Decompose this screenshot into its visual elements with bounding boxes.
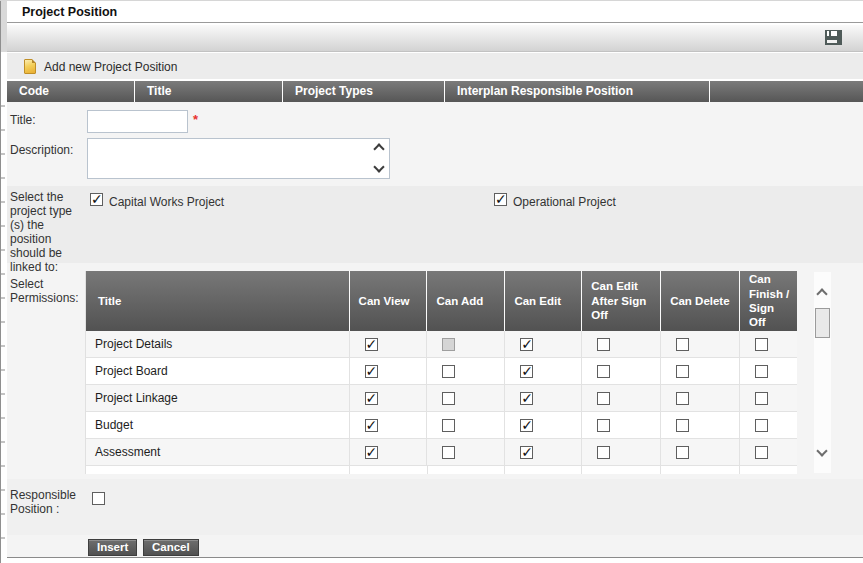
grid-header-project-types[interactable]: Project Types — [283, 81, 445, 102]
perm-row-title: Assessment — [86, 439, 350, 465]
can-delete-checkbox[interactable] — [676, 446, 689, 459]
can-edit-checkbox[interactable] — [520, 338, 533, 351]
can-edit-after-sign-off-checkbox[interactable] — [597, 338, 610, 351]
can-delete-checkbox[interactable] — [676, 419, 689, 432]
perm-col-can-edit: Can Edit — [505, 271, 582, 331]
page-title: Project Position — [22, 5, 117, 19]
permissions-header-row: Title Can View Can Add Can Edit Can Edit… — [86, 271, 797, 331]
can-add-checkbox[interactable] — [442, 392, 455, 405]
operational-project-checkbox[interactable] — [494, 193, 507, 206]
toolbar — [7, 25, 863, 52]
can-edit-checkbox[interactable] — [520, 419, 533, 432]
description-label: Description: — [10, 143, 73, 157]
select-permissions-label: Select Permissions: — [10, 277, 82, 305]
can-delete-checkbox[interactable] — [676, 338, 689, 351]
grid-header-title[interactable]: Title — [135, 81, 283, 102]
can-view-checkbox[interactable] — [365, 446, 378, 459]
perm-row-title: Project Linkage — [86, 385, 350, 411]
scrollbar-up-icon[interactable] — [816, 288, 827, 299]
edit-form: Title: * Description: Select the project… — [7, 102, 863, 558]
project-position-window: Project Position Add new Project Positio… — [0, 0, 863, 563]
can-edit-after-sign-off-checkbox[interactable] — [597, 419, 610, 432]
insert-button[interactable]: Insert — [88, 539, 137, 556]
table-row: Project Board — [86, 358, 797, 385]
can-edit-checkbox[interactable] — [520, 446, 533, 459]
grid-header-interplan-responsible-position[interactable]: Interplan Responsible Position — [445, 81, 710, 102]
perm-row-title: Project Details — [86, 331, 350, 357]
cancel-button[interactable]: Cancel — [143, 539, 199, 556]
can-add-checkbox[interactable] — [442, 365, 455, 378]
table-row: Project Details — [86, 331, 797, 358]
perm-col-can-delete: Can Delete — [661, 271, 740, 331]
description-textarea[interactable] — [88, 139, 371, 178]
capital-works-project-label: Capital Works Project — [109, 195, 224, 209]
can-delete-checkbox[interactable] — [676, 365, 689, 378]
can-edit-checkbox[interactable] — [520, 365, 533, 378]
table-row: Budget — [86, 412, 797, 439]
table-row: Project Linkage — [86, 385, 797, 412]
perm-col-title: Title — [86, 271, 350, 331]
can-view-checkbox[interactable] — [365, 419, 378, 432]
title-label: Title: — [10, 113, 36, 127]
grid-header-code[interactable]: Code — [7, 81, 135, 102]
required-asterisk: * — [193, 112, 198, 127]
perm-row-title: Budget — [86, 412, 350, 438]
project-type-label: Select the project type (s) the position… — [10, 190, 80, 274]
responsible-position-checkbox[interactable] — [92, 492, 105, 505]
can-add-checkbox[interactable] — [442, 419, 455, 432]
scrollbar-down-icon[interactable] — [816, 445, 827, 456]
add-new-project-position-link[interactable]: Add new Project Position — [44, 60, 177, 74]
can-view-checkbox[interactable] — [365, 392, 378, 405]
can-edit-after-sign-off-checkbox[interactable] — [597, 365, 610, 378]
can-view-checkbox[interactable] — [365, 338, 378, 351]
scroll-up-icon[interactable] — [373, 143, 384, 154]
new-document-icon — [24, 59, 36, 74]
save-icon[interactable] — [825, 30, 842, 45]
can-add-checkbox — [442, 338, 455, 351]
table-row: Assessment — [86, 439, 797, 466]
save-icon-label-area — [827, 31, 837, 36]
title-input[interactable] — [87, 110, 188, 133]
left-gutter-ticks — [1, 105, 5, 555]
table-row-partial — [86, 466, 797, 474]
grid-header-empty — [710, 81, 863, 102]
title-bar: Project Position — [7, 1, 863, 23]
operational-project-label: Operational Project — [513, 195, 616, 209]
perm-col-can-view: Can View — [350, 271, 428, 331]
can-finish-sign-off-checkbox[interactable] — [755, 446, 768, 459]
add-new-bar: Add new Project Position — [7, 53, 863, 80]
can-finish-sign-off-checkbox[interactable] — [755, 338, 768, 351]
perm-col-can-add: Can Add — [427, 271, 505, 331]
responsible-row-band — [7, 479, 863, 535]
grid-header: Code Title Project Types Interplan Respo… — [7, 81, 863, 102]
save-icon-stripe — [827, 40, 837, 43]
permissions-table: Title Can View Can Add Can Edit Can Edit… — [85, 271, 797, 474]
scrollbar-thumb[interactable] — [815, 308, 830, 338]
can-finish-sign-off-checkbox[interactable] — [755, 365, 768, 378]
capital-works-project-checkbox[interactable] — [90, 193, 103, 206]
perm-col-can-finish-sign-off: Can Finish / Sign Off — [740, 271, 797, 331]
can-finish-sign-off-checkbox[interactable] — [755, 392, 768, 405]
responsible-position-label: Responsible Position : — [10, 488, 82, 516]
can-delete-checkbox[interactable] — [676, 392, 689, 405]
scroll-down-icon[interactable] — [373, 161, 384, 172]
can-finish-sign-off-checkbox[interactable] — [755, 419, 768, 432]
can-edit-after-sign-off-checkbox[interactable] — [597, 446, 610, 459]
perm-row-title: Project Board — [86, 358, 350, 384]
permissions-scrollbar[interactable] — [814, 272, 831, 473]
description-field-frame — [87, 138, 390, 179]
can-edit-checkbox[interactable] — [520, 392, 533, 405]
can-add-checkbox[interactable] — [442, 446, 455, 459]
perm-col-can-edit-after-sign-off: Can Edit After Sign Off — [582, 271, 661, 331]
can-edit-after-sign-off-checkbox[interactable] — [597, 392, 610, 405]
can-view-checkbox[interactable] — [365, 365, 378, 378]
